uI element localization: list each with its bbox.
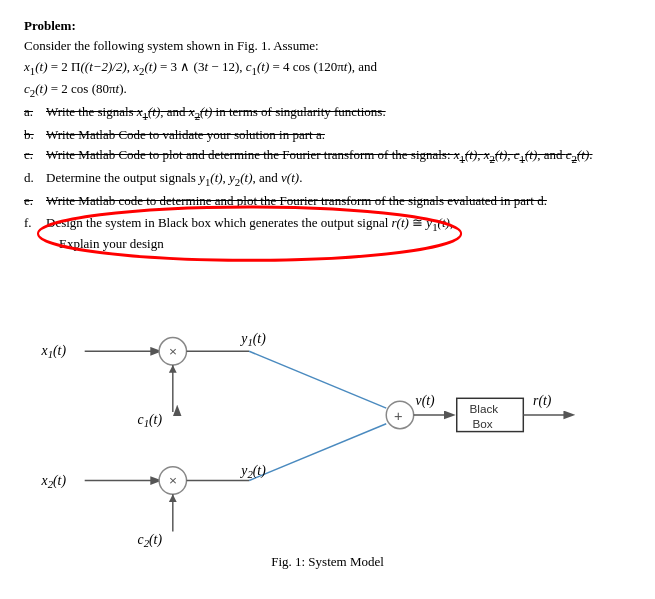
diagram-area: x1(t) × y1(t) c1(t) + v(t) Bla	[24, 272, 631, 552]
c1-arrow-head	[169, 365, 177, 373]
x2-label: x2(t)	[41, 473, 67, 490]
content-c: Write Matlab Code to plot and determine …	[46, 145, 593, 167]
content-b: Write Matlab Code to validate your solut…	[46, 125, 325, 145]
label-a: a.	[24, 102, 46, 122]
y1-to-adder	[249, 351, 386, 408]
c2-arrow-head	[169, 494, 177, 502]
multiplier2-x: ×	[169, 473, 177, 488]
list-item-f: f. Design the system in Black box which …	[24, 213, 631, 254]
fig-caption: Fig. 1: System Model	[24, 554, 631, 570]
label-c: c.	[24, 145, 46, 165]
black-box-text2: Box	[472, 417, 492, 430]
equations-line: x1(t) = 2 Π((t−2)/2), x2(t) = 3 ∧ (3t − …	[24, 57, 631, 79]
c1-label: c1(t)	[138, 412, 163, 429]
content-a: Write the signals x1(t), and x2(t) in te…	[46, 102, 386, 124]
multiplier1-x: ×	[169, 344, 177, 359]
problem-label: Problem:	[24, 18, 631, 34]
label-b: b.	[24, 125, 46, 145]
y1-label: y1(t)	[239, 331, 266, 348]
content-f: Design the system in Black box which gen…	[46, 213, 453, 254]
problem-text: Consider the following system shown in F…	[24, 36, 631, 254]
vt-label: v(t)	[416, 393, 435, 409]
list-item-a: a. Write the signals x1(t), and x2(t) in…	[24, 102, 631, 124]
plus-sign: +	[394, 408, 403, 424]
list-item-c: c. Write Matlab Code to plot and determi…	[24, 145, 631, 167]
c2-label: c2(t)	[138, 532, 163, 549]
y2-to-adder	[249, 424, 386, 481]
rt-label: r(t)	[533, 393, 552, 409]
list-item-b: b. Write Matlab Code to validate your so…	[24, 125, 631, 145]
intro-line: Consider the following system shown in F…	[24, 36, 631, 56]
diagram-svg: x1(t) × y1(t) c1(t) + v(t) Bla	[24, 272, 631, 552]
page: Problem: Consider the following system s…	[0, 0, 655, 580]
list-item-d: d. Determine the output signals y1(t), y…	[24, 168, 631, 190]
black-box-text1: Black	[469, 402, 498, 415]
y2-label: y2(t)	[239, 463, 266, 480]
content-d: Determine the output signals y1(t), y2(t…	[46, 168, 302, 190]
x1-label: x1(t)	[41, 343, 67, 360]
svg-point-0	[38, 207, 461, 260]
label-d: d.	[24, 168, 46, 188]
equation2-line: c2(t) = 2 cos (80πt).	[24, 79, 631, 101]
